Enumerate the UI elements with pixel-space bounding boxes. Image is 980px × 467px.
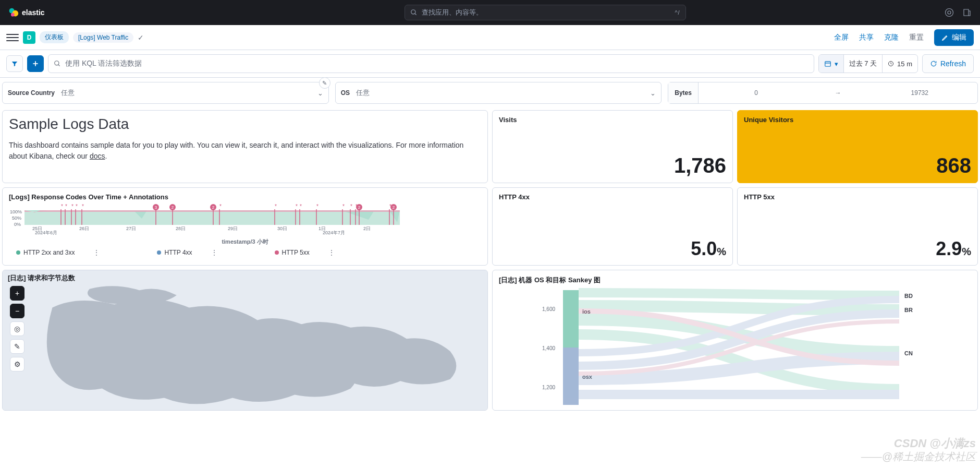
space-badge[interactable]: D xyxy=(23,31,35,44)
refresh-button[interactable]: Refresh xyxy=(922,54,974,73)
controls-row: ✎ Source Country 任意 ⌄ OS 任意 ⌄ Bytes 0 → … xyxy=(0,78,980,108)
refresh-interval[interactable]: 15 m xyxy=(882,55,917,73)
share-link[interactable]: 共享 xyxy=(859,33,874,42)
docs-link[interactable]: docs xyxy=(90,152,105,160)
intro-title: Sample Logs Data xyxy=(9,116,481,133)
app-subheader: D 仪表板 [Logs] Web Traffic ✓ 全屏 共享 克隆 重置 编… xyxy=(0,25,980,50)
svg-point-9 xyxy=(55,61,59,65)
reset-link[interactable]: 重置 xyxy=(909,33,924,42)
edit-button[interactable]: 编辑 xyxy=(934,29,974,46)
panel-response-codes: [Logs] Response Codes Over Time + Annota… xyxy=(2,187,488,266)
legend-item[interactable]: HTTP 5xx⋮ xyxy=(275,249,335,256)
bytes-max: 19732 xyxy=(862,89,977,97)
panel-unique-visitors: Unique Visitors 868 xyxy=(737,110,978,183)
filter-bytes-range[interactable]: Bytes 0 → 19732 xyxy=(668,82,978,104)
global-search-input[interactable]: 查找应用、内容等。 ^/ xyxy=(405,5,686,20)
filter-value: 任意 xyxy=(356,88,650,98)
elastic-logo[interactable]: elastic xyxy=(8,7,45,18)
time-picker[interactable]: ▾ 过去 7 天 15 m xyxy=(818,54,918,73)
filter-os[interactable]: OS 任意 ⌄ xyxy=(335,82,662,104)
svg-text:26日: 26日 xyxy=(79,226,89,231)
filter-source-country[interactable]: ✎ Source Country 任意 ⌄ xyxy=(2,82,329,104)
layers-button[interactable]: ⚙ xyxy=(10,357,24,372)
svg-text:*: * xyxy=(219,204,222,209)
add-filter-button[interactable] xyxy=(27,55,44,72)
subheader-actions: 全屏 共享 克隆 重置 编辑 xyxy=(834,29,974,46)
svg-text:50%: 50% xyxy=(12,215,21,221)
svg-rect-75 xyxy=(563,290,579,348)
breadcrumb-check-icon[interactable]: ✓ xyxy=(138,33,144,42)
area-chart-svg: 100% 50% 0% xyxy=(9,204,405,235)
svg-point-2 xyxy=(11,13,15,17)
chevron-down-icon: ⌄ xyxy=(650,89,656,97)
newsfeed-icon[interactable] xyxy=(962,8,972,17)
time-range-label[interactable]: 过去 7 天 xyxy=(843,55,882,73)
map-tools: + − ◎ ✎ ⚙ xyxy=(10,286,24,372)
elastic-logo-icon xyxy=(8,7,19,18)
refresh-label: Refresh xyxy=(940,59,966,68)
brand-text: elastic xyxy=(22,8,45,17)
search-placeholder: 查找应用、内容等。 xyxy=(422,8,483,17)
clone-link[interactable]: 克隆 xyxy=(884,33,899,42)
map-svg xyxy=(3,270,487,411)
nav-toggle-button[interactable] xyxy=(6,31,19,44)
legend-item[interactable]: HTTP 4xx⋮ xyxy=(157,249,217,256)
arrow-icon: → xyxy=(814,89,862,97)
clock-icon xyxy=(888,61,894,67)
kql-input[interactable]: 使用 KQL 语法筛选数据 xyxy=(48,54,814,73)
intro-body: This dashboard contains sample data for … xyxy=(9,140,481,162)
pin-icon[interactable]: ✎ xyxy=(319,77,330,89)
help-icon[interactable] xyxy=(945,8,954,17)
metrics-mid-row: HTTP 4xx 5.0% HTTP 5xx 2.9% xyxy=(492,187,978,266)
metric-title: Unique Visitors xyxy=(744,116,971,124)
filter-toggle-button[interactable] xyxy=(6,55,23,72)
metrics-top-row: Visits 1,786 Unique Visitors 868 xyxy=(492,110,978,183)
fullscreen-link[interactable]: 全屏 xyxy=(834,33,849,42)
svg-rect-76 xyxy=(563,348,579,405)
svg-text:*: * xyxy=(316,204,318,209)
svg-text:*: * xyxy=(76,204,78,209)
bytes-min: 0 xyxy=(699,89,814,97)
svg-text:0%: 0% xyxy=(14,222,21,227)
filter-value: 任意 xyxy=(61,88,317,98)
pencil-icon xyxy=(941,34,949,41)
plus-icon xyxy=(32,60,39,67)
svg-text:2: 2 xyxy=(393,205,395,210)
zoom-in-button[interactable]: + xyxy=(10,286,24,301)
metric-title: Visits xyxy=(499,116,726,124)
svg-text:1,600: 1,600 xyxy=(542,306,555,312)
breadcrumb-dashboard[interactable]: 仪表板 xyxy=(40,31,69,43)
panel-visits: Visits 1,786 xyxy=(492,110,733,183)
measure-button[interactable]: ✎ xyxy=(10,339,24,354)
breadcrumb-current[interactable]: [Logs] Web Traffic xyxy=(73,32,133,43)
svg-text:*: * xyxy=(71,204,74,209)
svg-line-10 xyxy=(58,65,60,66)
dashboard-grid: Sample Logs Data This dashboard contains… xyxy=(0,108,980,413)
zoom-out-button[interactable]: − xyxy=(10,304,24,318)
edit-label: 编辑 xyxy=(952,33,966,42)
filter-label: Source Country xyxy=(8,89,55,97)
svg-text:1,400: 1,400 xyxy=(542,345,555,351)
sankey-svg[interactable]: 1,600 1,400 1,200 ios osx BD BR CN xyxy=(499,285,971,410)
fit-bounds-button[interactable]: ◎ xyxy=(10,321,24,336)
svg-text:2: 2 xyxy=(212,205,215,210)
svg-text:*: * xyxy=(275,204,277,209)
metric-value: 868 xyxy=(744,154,971,177)
svg-text:*: * xyxy=(61,204,63,209)
panel-http-5xx: HTTP 5xx 2.9% xyxy=(737,187,978,266)
legend-item[interactable]: HTTP 2xx and 3xx⋮ xyxy=(16,249,100,256)
global-header: elastic 查找应用、内容等。 ^/ xyxy=(0,0,980,25)
calendar-button[interactable]: ▾ xyxy=(819,55,843,73)
header-right xyxy=(945,8,972,17)
svg-text:*: * xyxy=(342,204,345,209)
calendar-icon xyxy=(824,60,831,67)
panel-intro: Sample Logs Data This dashboard contains… xyxy=(2,110,488,183)
metric-value: 5.0% xyxy=(499,238,726,260)
svg-text:*: * xyxy=(296,204,298,209)
response-chart[interactable]: 100% 50% 0% xyxy=(9,204,481,256)
svg-text:*: * xyxy=(300,204,302,209)
svg-text:28日: 28日 xyxy=(176,226,186,231)
panel-http-4xx: HTTP 4xx 5.0% xyxy=(492,187,733,266)
panel-map[interactable]: [日志] 请求和字节总数 + − ◎ ✎ ⚙ ◌ xyxy=(2,270,488,411)
query-bar: 使用 KQL 语法筛选数据 ▾ 过去 7 天 15 m Refresh xyxy=(0,50,980,78)
